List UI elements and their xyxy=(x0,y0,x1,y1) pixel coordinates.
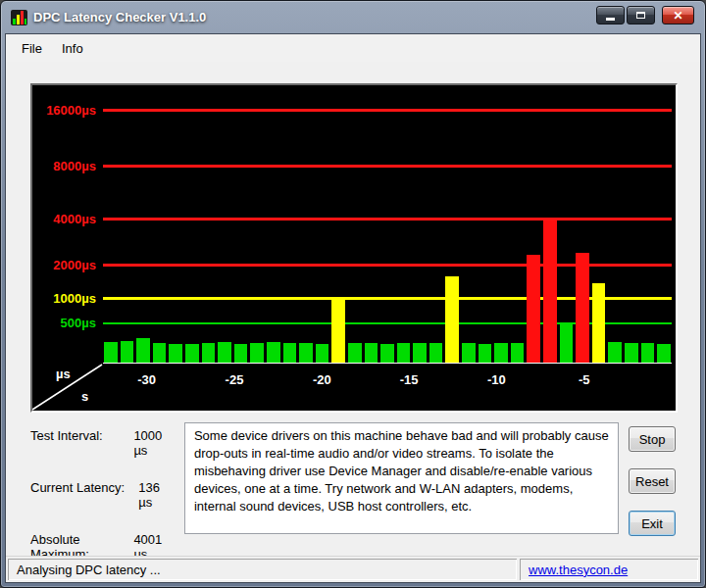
axis-corner: µs s xyxy=(32,364,103,411)
x-axis-tick: -25 xyxy=(226,372,244,387)
maximize-button[interactable] xyxy=(627,6,655,24)
stat-label: Test Interval: xyxy=(30,428,133,458)
minimize-icon xyxy=(606,18,615,21)
latency-bar xyxy=(462,343,476,364)
latency-bar xyxy=(429,343,443,364)
y-axis-label: 4000µs xyxy=(53,212,96,226)
y-axis-label: 16000µs xyxy=(46,103,96,118)
website-link[interactable]: www.thesycon.de xyxy=(529,563,628,577)
latency-bar xyxy=(380,344,394,364)
latency-bar xyxy=(234,344,248,364)
app-window: DPC Latency Checker V1.1.0 ✕ File Info 1… xyxy=(0,0,706,588)
latency-bar xyxy=(250,343,264,364)
x-axis-tick: -20 xyxy=(313,372,331,387)
window-title: DPC Latency Checker V1.1.0 xyxy=(33,10,206,24)
status-link-panel: www.thesycon.de xyxy=(520,559,698,580)
diagnosis-message: Some device drivers on this machine beha… xyxy=(184,422,619,534)
status-bar: Analysing DPC latency ... www.thesycon.d… xyxy=(6,556,700,582)
latency-bar xyxy=(169,344,182,364)
latency-bar xyxy=(185,344,199,364)
y-axis-label: 500µs xyxy=(61,316,96,330)
stat-current-latency: Current Latency: 136 µs xyxy=(30,480,175,510)
latency-bar xyxy=(494,343,508,364)
latency-bar xyxy=(202,343,216,364)
x-axis-tick: -30 xyxy=(137,372,156,387)
latency-bar xyxy=(625,343,638,364)
latency-bar xyxy=(316,344,329,364)
x-axis-line xyxy=(103,363,672,364)
y-axis-label: 2000µs xyxy=(53,258,96,272)
latency-bar xyxy=(608,342,622,364)
close-button[interactable]: ✕ xyxy=(662,6,694,24)
status-message: Analysing DPC latency ... xyxy=(17,563,161,577)
chart: 16000µs8000µs4000µs2000µs1000µs500µs -30… xyxy=(30,83,678,413)
title-bar[interactable]: DPC Latency Checker V1.1.0 ✕ xyxy=(1,1,705,33)
chart-plot xyxy=(103,89,672,364)
latency-bar xyxy=(299,343,313,364)
y-axis-label: 8000µs xyxy=(53,159,96,173)
x-axis-tick: -5 xyxy=(579,372,590,387)
stat-test-interval: Test Interval: 1000 µs xyxy=(30,428,175,458)
latency-bar xyxy=(121,341,134,364)
latency-bar xyxy=(560,322,574,365)
latency-bar xyxy=(348,343,362,364)
latency-bar xyxy=(479,344,492,364)
stat-label: Current Latency: xyxy=(30,480,138,510)
stat-value: 1000 µs xyxy=(133,428,175,458)
latency-bar xyxy=(283,343,297,364)
latency-bar xyxy=(543,220,557,364)
chart-bars xyxy=(103,89,672,364)
y-axis-label: 1000µs xyxy=(53,291,96,306)
latency-bar xyxy=(365,343,378,364)
latency-bar xyxy=(641,343,655,364)
client-area: File Info 16000µs8000µs4000µs2000µs1000µ… xyxy=(5,33,701,583)
latency-bar xyxy=(267,342,280,364)
menu-info[interactable]: Info xyxy=(52,36,93,61)
latency-bar xyxy=(413,343,427,364)
corner-unit-s: s xyxy=(81,389,88,404)
latency-bar xyxy=(218,342,231,364)
y-axis-labels: 16000µs8000µs4000µs2000µs1000µs500µs xyxy=(32,85,99,364)
latency-bar xyxy=(104,342,118,364)
x-axis-tick: -15 xyxy=(400,372,419,387)
latency-bar xyxy=(576,253,589,364)
latency-bar xyxy=(511,343,525,364)
corner-unit-us: µs xyxy=(56,367,71,381)
reset-button[interactable]: Reset xyxy=(629,468,676,494)
latency-bar xyxy=(527,255,540,364)
latency-bar xyxy=(397,343,411,364)
app-icon xyxy=(11,10,27,25)
maximize-icon xyxy=(636,12,645,19)
status-message-panel: Analysing DPC latency ... xyxy=(8,559,517,580)
x-axis-tick: -10 xyxy=(487,372,506,387)
x-axis: -30-25-20-15-10-5 xyxy=(103,364,672,411)
latency-bar xyxy=(657,344,671,364)
latency-bar xyxy=(136,338,150,364)
stop-button[interactable]: Stop xyxy=(629,426,676,452)
latency-bar xyxy=(445,276,459,364)
caption-buttons: ✕ xyxy=(594,6,694,24)
exit-button[interactable]: Exit xyxy=(629,511,676,536)
minimize-button[interactable] xyxy=(596,6,625,24)
latency-bar xyxy=(153,343,167,364)
stat-value: 136 µs xyxy=(138,480,175,510)
close-icon: ✕ xyxy=(673,9,682,23)
latency-bar xyxy=(331,300,345,364)
latency-bar xyxy=(592,283,606,364)
menu-bar: File Info xyxy=(6,34,700,62)
menu-file[interactable]: File xyxy=(12,36,52,61)
